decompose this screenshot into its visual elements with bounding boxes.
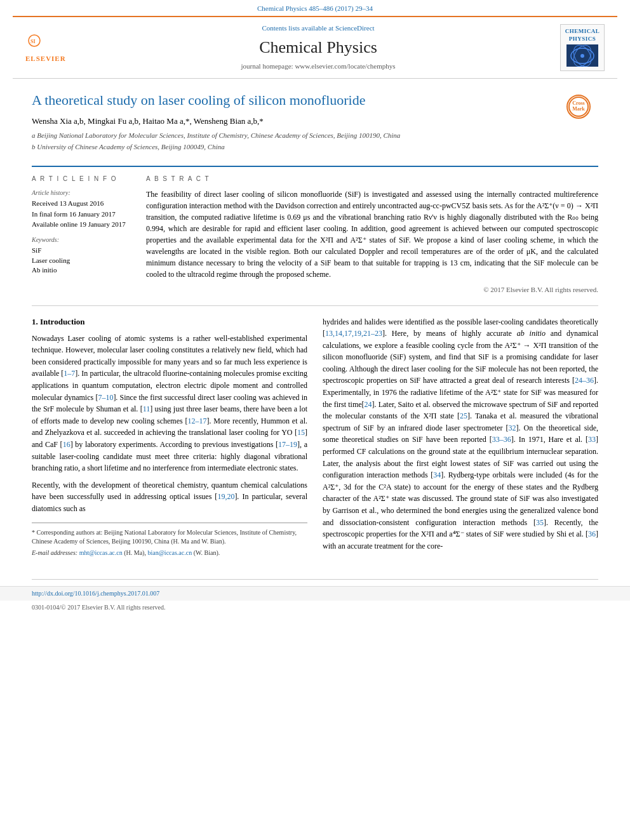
sciencedirect-link[interactable]: ScienceDirect [335,24,375,32]
article-history-group: Article history: Received 13 August 2016… [32,189,133,229]
article-body: A R T I C L E I N F O Article history: R… [32,166,598,295]
section1-number: 1. Introduction [32,317,85,326]
right-para-1: hydrides and halides were identified as … [323,316,598,552]
issn-bar: 0301-0104/© 2017 Elsevier B.V. All right… [0,601,630,615]
doi-bar: http://dx.doi.org/10.1016/j.chemphys.201… [0,586,630,601]
elsevier-wordmark: ELSEVIER [25,54,66,63]
affiliation-a: a Beijing National Laboratory for Molecu… [32,131,554,140]
journal-homepage: journal homepage: www.elsevier.com/locat… [76,62,560,71]
intro-paragraph-2: Recently, with the development of theore… [32,479,307,515]
authors: Wensha Xia a,b, Mingkai Fu a,b, Haitao M… [32,116,554,127]
footnote-section: * Corresponding authors at: Beijing Nati… [32,523,307,557]
elsevier-logo: SI ELSEVIER [25,31,76,63]
contents-line: Contents lists available at ScienceDirec… [76,23,560,33]
footnote-corresponding: * Corresponding authors at: Beijing Nati… [32,528,307,546]
abstract-section: A B S T R A C T The feasibility of direc… [146,175,598,295]
received-date: Received 13 August 2016 [32,199,133,208]
cp-logo: CHEMICAL PHYSICS [560,24,605,71]
footnote-email: E-mail addresses: mht@iccas.ac.cn (H. Ma… [32,549,307,557]
svg-text:Cross: Cross [572,100,584,106]
journal-reference-bar: Chemical Physics 485–486 (2017) 29–34 [0,0,630,16]
svg-point-7 [580,54,584,58]
svg-text:Mark: Mark [572,106,585,112]
right-column: hydrides and halides were identified as … [323,316,598,560]
final-form-date: In final form 16 January 2017 [32,210,133,219]
journal-header: SI ELSEVIER Contents lists available at … [13,16,617,78]
article-title: A theoretical study on laser cooling of … [32,91,554,110]
abstract-label: A B S T R A C T [146,175,598,183]
keywords-label: Keywords: [32,236,133,244]
article-history-label: Article history: [32,189,133,197]
svg-text:SI: SI [30,39,36,44]
left-column: 1. Introduction Nowadays Laser cooling o… [32,316,307,560]
keyword-1: SiF [32,246,133,255]
article-info-label: A R T I C L E I N F O [32,175,133,183]
journal-header-center: Contents lists available at ScienceDirec… [76,23,560,71]
available-online-date: Available online 19 January 2017 [32,220,133,229]
intro-paragraph-1: Nowadays Laser cooling of atomic systems… [32,333,307,474]
journal-title: Chemical Physics [76,36,560,59]
keywords-group: Keywords: SiF Laser cooling Ab initio [32,236,133,275]
keyword-2: Laser cooling [32,256,133,265]
cp-logo-image [566,44,598,67]
affiliation-b: b University of Chinese Academy of Scien… [32,142,554,152]
crossmark-badge[interactable]: Cross Mark [566,95,591,119]
abstract-text: The feasibility of direct laser cooling … [146,189,598,280]
main-content: 1. Introduction Nowadays Laser cooling o… [32,305,598,560]
keyword-3: Ab initio [32,265,133,275]
section1-heading: 1. Introduction [32,316,307,328]
article-container: A theoretical study on laser cooling of … [0,79,630,573]
article-info-panel: A R T I C L E I N F O Article history: R… [32,175,133,295]
journal-reference: Chemical Physics 485–486 (2017) 29–34 [257,4,373,12]
separator [32,579,598,580]
copyright: © 2017 Elsevier B.V. All rights reserved… [146,285,598,295]
doi-link[interactable]: http://dx.doi.org/10.1016/j.chemphys.201… [32,590,159,597]
